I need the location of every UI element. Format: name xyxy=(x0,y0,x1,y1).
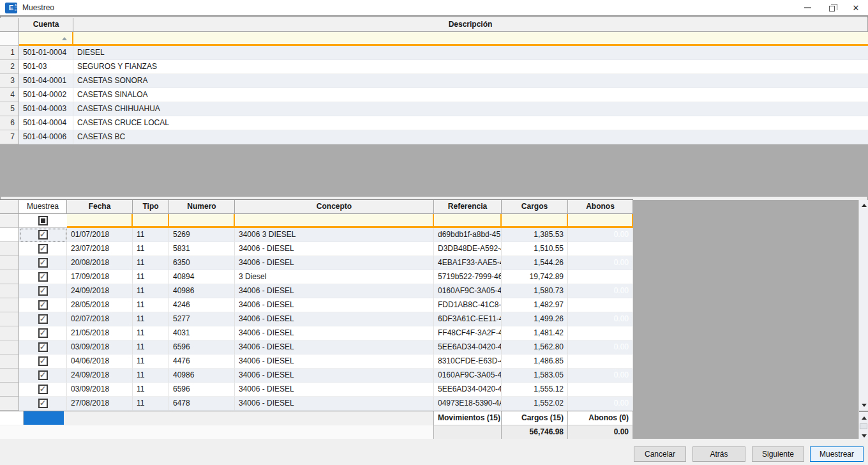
muestrea-cell[interactable] xyxy=(19,284,67,298)
column-header-muestrea[interactable]: Muestrea xyxy=(19,200,67,214)
sort-ascending-icon[interactable] xyxy=(62,37,67,40)
cell-tipo[interactable]: 11 xyxy=(133,340,169,354)
row-header[interactable] xyxy=(0,228,19,242)
cell-fecha[interactable]: 03/09/2018 xyxy=(67,340,133,354)
filter-fecha[interactable] xyxy=(67,214,133,228)
muestrea-checkbox[interactable] xyxy=(38,314,48,324)
cell-fecha[interactable]: 01/07/2018 xyxy=(67,228,133,242)
row-number[interactable]: 2 xyxy=(0,60,19,74)
cell-referencia[interactable]: D3DB48DE-A592-4 xyxy=(434,242,502,256)
muestrea-checkbox[interactable] xyxy=(38,272,48,282)
cell-numero[interactable]: 5277 xyxy=(169,312,235,326)
cell-concepto[interactable]: 34006 3 DIESEL xyxy=(235,228,434,242)
cell-referencia[interactable]: d69bdb1f-a8bd-45 xyxy=(434,228,502,242)
footer-scrollbar-thumb[interactable] xyxy=(860,423,867,429)
cell-fecha[interactable]: 02/07/2018 xyxy=(67,312,133,326)
muestrea-cell[interactable] xyxy=(19,354,67,369)
cell-referencia[interactable]: 8310CFDE-E63D-49 xyxy=(434,354,502,369)
row-header[interactable] xyxy=(0,340,19,354)
cell-concepto[interactable]: 34006 - DIESEL xyxy=(235,284,434,298)
cell-fecha[interactable]: 17/09/2018 xyxy=(67,270,133,284)
cell-tipo[interactable]: 11 xyxy=(133,270,169,284)
cell-fecha[interactable]: 27/08/2018 xyxy=(67,397,133,411)
cell-numero[interactable]: 4476 xyxy=(169,354,235,369)
cell-abonos[interactable]: 0.00 xyxy=(568,369,633,383)
cell-tipo[interactable]: 11 xyxy=(133,397,169,411)
cell-referencia[interactable]: 5EE6AD34-0420-4A xyxy=(434,383,502,397)
back-button[interactable]: Atrás xyxy=(692,446,745,462)
row-header[interactable] xyxy=(0,242,19,256)
row-header[interactable] xyxy=(0,270,19,284)
cell-tipo[interactable]: 11 xyxy=(133,298,169,312)
cell-tipo[interactable]: 11 xyxy=(133,354,169,369)
cell-numero[interactable]: 6478 xyxy=(169,397,235,411)
cell-abonos[interactable]: 0.00 xyxy=(568,354,633,369)
cell-cuenta[interactable]: 501-04-0006 xyxy=(19,130,73,144)
cell-concepto[interactable]: 34006 - DIESEL xyxy=(235,369,434,383)
cell-abonos[interactable]: 0.00 xyxy=(568,228,633,242)
filter-muestrea[interactable] xyxy=(19,214,67,228)
row-header[interactable] xyxy=(0,256,19,270)
scroll-down-button[interactable] xyxy=(859,400,868,410)
cell-cargos[interactable]: 1,552.02 xyxy=(502,397,568,411)
cell-fecha[interactable]: 20/08/2018 xyxy=(67,256,133,270)
filter-concepto[interactable] xyxy=(235,214,434,228)
horizontal-scrollbar[interactable] xyxy=(0,411,434,425)
column-header-referencia[interactable]: Referencia xyxy=(434,200,502,214)
row-number[interactable]: 6 xyxy=(0,116,19,130)
cell-descripcion[interactable]: CASETAS SINALOA xyxy=(73,88,868,102)
cell-numero[interactable]: 5831 xyxy=(169,242,235,256)
cell-descripcion[interactable]: CASETAS CHIHUAHUA xyxy=(73,102,868,116)
cell-cargos[interactable]: 1,544.26 xyxy=(502,256,568,270)
cell-abonos[interactable]: 0.00 xyxy=(568,312,633,326)
cell-abonos[interactable]: 0.00 xyxy=(568,270,633,284)
muestrea-cell[interactable] xyxy=(19,242,67,256)
row-header[interactable] xyxy=(0,369,19,383)
cell-abonos[interactable]: 0.00 xyxy=(568,383,633,397)
cell-referencia[interactable]: 0160AF9C-3A05-4D xyxy=(434,369,502,383)
cell-concepto[interactable]: 34006 - DIESEL xyxy=(235,340,434,354)
cell-fecha[interactable]: 04/06/2018 xyxy=(67,354,133,369)
vertical-scrollbar[interactable] xyxy=(858,200,868,439)
cell-concepto[interactable]: 34006 - DIESEL xyxy=(235,326,434,340)
row-number[interactable]: 7 xyxy=(0,130,19,144)
cell-tipo[interactable]: 11 xyxy=(133,242,169,256)
cell-concepto[interactable]: 3 Diesel xyxy=(235,270,434,284)
cell-concepto[interactable]: 34006 - DIESEL xyxy=(235,242,434,256)
filter-cargos[interactable] xyxy=(502,214,568,228)
muestrea-checkbox[interactable] xyxy=(38,385,48,394)
muestrea-checkbox[interactable] xyxy=(38,258,48,268)
cell-abonos[interactable]: 0.00 xyxy=(568,298,633,312)
cell-cargos[interactable]: 1,385.53 xyxy=(502,228,568,242)
cell-fecha[interactable]: 21/05/2018 xyxy=(67,326,133,340)
cell-fecha[interactable]: 24/09/2018 xyxy=(67,284,133,298)
filter-abonos[interactable] xyxy=(568,214,633,228)
cell-tipo[interactable]: 11 xyxy=(133,312,169,326)
cell-numero[interactable]: 4246 xyxy=(169,298,235,312)
select-all-checkbox[interactable] xyxy=(38,216,48,225)
cell-concepto[interactable]: 34006 - DIESEL xyxy=(235,397,434,411)
muestrea-checkbox[interactable] xyxy=(38,286,48,296)
row-header[interactable] xyxy=(0,298,19,312)
minimize-button[interactable] xyxy=(795,0,819,15)
cell-fecha[interactable]: 28/05/2018 xyxy=(67,298,133,312)
horizontal-scrollbar-thumb[interactable] xyxy=(24,411,64,425)
cell-abonos[interactable]: 0.00 xyxy=(568,284,633,298)
cell-fecha[interactable]: 03/09/2018 xyxy=(67,383,133,397)
row-header[interactable] xyxy=(0,354,19,369)
row-number[interactable]: 5 xyxy=(0,102,19,116)
muestrea-checkbox[interactable] xyxy=(38,399,48,408)
filter-tipo[interactable] xyxy=(133,214,169,228)
cell-descripcion[interactable]: SEGUROS Y FIANZAS xyxy=(73,60,868,74)
cell-concepto[interactable]: 34006 - DIESEL xyxy=(235,354,434,369)
row-header[interactable] xyxy=(0,326,19,340)
cell-fecha[interactable]: 24/09/2018 xyxy=(67,369,133,383)
row-header[interactable] xyxy=(0,397,19,411)
muestrea-checkbox[interactable] xyxy=(38,230,48,240)
cell-cargos[interactable]: 1,510.55 xyxy=(502,242,568,256)
cell-numero[interactable]: 6596 xyxy=(169,340,235,354)
cell-tipo[interactable]: 11 xyxy=(133,228,169,242)
cell-tipo[interactable]: 11 xyxy=(133,284,169,298)
cell-cuenta[interactable]: 501-01-0004 xyxy=(19,46,73,60)
cell-descripcion[interactable]: CASETAS BC xyxy=(73,130,868,144)
